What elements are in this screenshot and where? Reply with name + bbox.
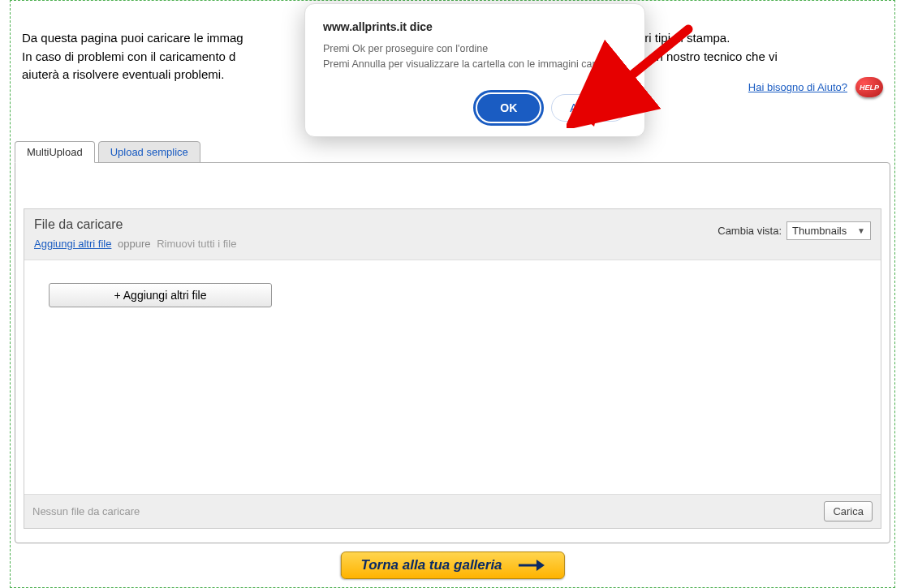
view-label: Cambia vista: (718, 225, 782, 237)
svg-marker-1 (537, 560, 545, 571)
upload-button[interactable]: Carica (824, 501, 873, 521)
no-files-text: Nessun file da caricare (32, 505, 140, 517)
help-link[interactable]: Hai bisogno di Aiuto? (748, 81, 847, 93)
upload-dropzone: + Aggiungi altri file (24, 260, 881, 494)
help-badge-text: HELP (860, 84, 879, 92)
add-files-button[interactable]: + Aggiungi altri file (49, 283, 272, 307)
tab-multiupload[interactable]: MultiUpload (15, 141, 95, 163)
dialog-line2: Premi Annulla per visualizzare la cartel… (323, 58, 617, 70)
confirm-dialog: www.allprints.it dice Premi Ok per prose… (304, 3, 645, 137)
upload-title: File da caricare (34, 217, 236, 232)
intro-line1-before: Da questa pagina puoi caricare le immag (22, 31, 243, 45)
remove-all-link[interactable]: Rimuovi tutti i file (157, 238, 236, 250)
tab-panel: File da caricare Aggiungi altri file opp… (15, 162, 890, 543)
link-separator: oppure (118, 238, 150, 250)
upload-header: File da caricare Aggiungi altri file opp… (24, 209, 881, 260)
dialog-title: www.allprints.it dice (323, 20, 627, 33)
upload-tabs: MultiUpload Upload semplice File da cari… (15, 141, 890, 543)
upload-box: File da caricare Aggiungi altri file opp… (24, 208, 881, 529)
help-icon[interactable]: HELP (855, 77, 883, 97)
gallery-button-label: Torna alla tua galleria (360, 557, 502, 573)
view-dropdown[interactable]: Thumbnails ▼ (786, 221, 871, 240)
view-dropdown-value: Thumbnails (792, 225, 847, 237)
add-files-link[interactable]: Aggiungi altri file (34, 238, 111, 250)
arrow-right-icon (517, 558, 545, 573)
dialog-ok-button[interactable]: OK (477, 94, 540, 122)
dialog-cancel-button[interactable]: Annulla (551, 94, 627, 122)
chevron-down-icon: ▼ (857, 226, 865, 235)
intro-line2-before: In caso di problemi con il caricamento d (22, 49, 235, 63)
intro-line3: aiuterà a risolvere eventuali problemi. (22, 67, 224, 81)
dialog-line1: Premi Ok per proseguire con l'ordine (323, 43, 488, 54)
tab-upload-semplice[interactable]: Upload semplice (98, 141, 200, 163)
back-to-gallery-button[interactable]: Torna alla tua galleria (340, 552, 564, 579)
upload-footer: Nessun file da caricare Carica (24, 494, 881, 528)
